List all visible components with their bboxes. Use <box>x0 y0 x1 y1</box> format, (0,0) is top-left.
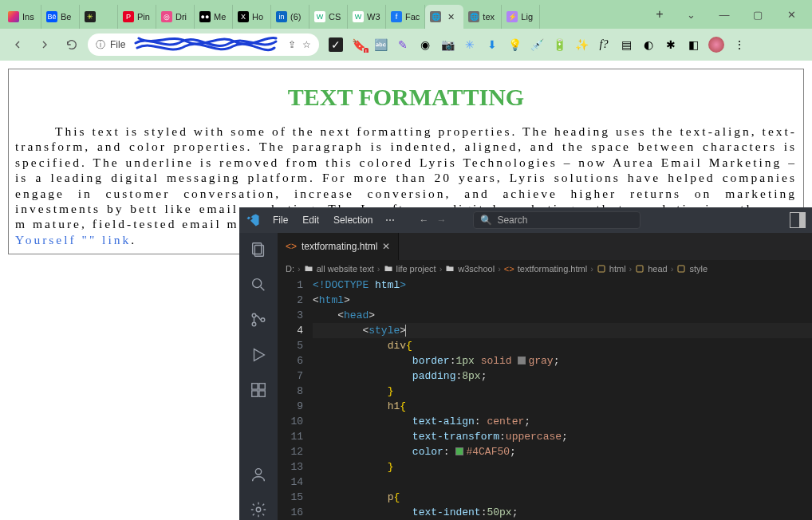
extensions-icon[interactable] <box>248 380 269 400</box>
vscode-search[interactable]: 🔍 Search <box>473 211 641 229</box>
vscode-forward-icon[interactable]: → <box>436 215 446 226</box>
source-control-icon[interactable] <box>248 309 269 330</box>
window-close[interactable]: ✕ <box>782 9 801 21</box>
browser-menu-icon[interactable]: ⋮ <box>732 37 747 52</box>
browser-tab[interactable]: ✳ <box>80 5 118 29</box>
code-body[interactable]: <!DOCTYPE html> <html> <head> <style> di… <box>313 278 812 520</box>
browser-tab[interactable]: 🌐tex <box>463 5 502 29</box>
address-actions: ⇪ ☆ <box>288 39 311 50</box>
browser-tab[interactable]: WCS <box>309 5 348 29</box>
line-number: 9 <box>278 399 303 414</box>
svg-point-11 <box>256 507 261 512</box>
menu-more-icon[interactable]: ⋯ <box>380 211 400 229</box>
breadcrumb[interactable]: D:› all website text› life project› w3sc… <box>278 260 812 278</box>
tab-label: Fac <box>405 12 420 22</box>
tab-label: tex <box>483 12 495 22</box>
line-number: 2 <box>278 293 303 308</box>
ext-flag-icon[interactable]: !🔖 <box>351 37 365 52</box>
editor-tab-active[interactable]: <> textformating.html ✕ <box>278 233 399 260</box>
share-icon[interactable]: ⇪ <box>288 39 296 50</box>
try-it-link[interactable]: link <box>102 233 131 246</box>
ext-eye-icon[interactable]: ◉ <box>418 37 432 52</box>
breadcrumb-item[interactable]: style <box>676 264 708 274</box>
account-icon[interactable] <box>248 464 269 485</box>
browser-tab[interactable]: in(6) <box>271 5 309 29</box>
ext-battery-icon[interactable]: 🔋 <box>552 37 566 52</box>
breadcrumb-item[interactable]: life project <box>384 264 436 274</box>
breadcrumb-item[interactable]: w3school <box>445 264 495 274</box>
address-bar[interactable]: ⓘ File ⇪ ☆ <box>88 33 319 56</box>
tab-label: (6) <box>290 12 301 22</box>
forward-button[interactable] <box>34 33 56 56</box>
back-button[interactable] <box>6 33 29 56</box>
ext-wand-icon[interactable]: ✨ <box>574 37 589 52</box>
tab-label: Pin <box>137 12 150 22</box>
explorer-icon[interactable] <box>248 239 269 260</box>
browser-toolbar: ⓘ File ⇪ ☆ ✓ !🔖 🔤 ✎ ◉ 📷 ✳ ⬇ 💡 💉 🔋 ✨ f? ▤… <box>0 29 812 61</box>
side-panel-icon[interactable]: ◧ <box>686 37 700 52</box>
ext-download-icon[interactable]: ⬇ <box>485 37 499 52</box>
site-info-icon[interactable]: ⓘ <box>96 38 105 52</box>
ext-dropper-icon[interactable]: 💉 <box>530 37 544 52</box>
breadcrumb-item[interactable]: D: <box>286 264 294 274</box>
breadcrumb-item[interactable]: html <box>597 264 626 274</box>
browser-tab[interactable]: ⚡Lig <box>502 5 540 29</box>
redaction-scribble <box>134 32 278 57</box>
line-number: 7 <box>278 368 303 384</box>
extensions-puzzle-icon[interactable]: ✱ <box>664 37 678 52</box>
browser-tab[interactable]: ●●Me <box>195 5 233 29</box>
layout-toggle-icon[interactable] <box>790 212 806 228</box>
window-minimize[interactable]: — <box>715 9 734 21</box>
reload-button[interactable] <box>61 33 83 56</box>
settings-gear-icon[interactable] <box>248 499 269 520</box>
close-icon[interactable]: ✕ <box>447 12 455 22</box>
menu-file[interactable]: File <box>266 211 294 229</box>
close-icon[interactable]: ✕ <box>382 241 390 252</box>
line-number: 4 <box>278 323 303 338</box>
menu-edit[interactable]: Edit <box>296 211 325 229</box>
search-panel-icon[interactable] <box>248 274 269 295</box>
ext-checkbox-icon[interactable]: ✓ <box>329 37 343 52</box>
breadcrumb-item[interactable]: all website text <box>304 264 374 274</box>
line-number: 8 <box>278 384 303 399</box>
browser-tab[interactable]: BēBe <box>41 5 80 29</box>
ext-sparkle-icon[interactable]: ✳ <box>463 37 477 52</box>
browser-tab[interactable]: Ins <box>3 5 41 29</box>
new-tab-button[interactable]: + <box>649 4 670 25</box>
menu-selection[interactable]: Selection <box>327 211 379 229</box>
line-number: 12 <box>278 444 303 459</box>
vscode-titlebar: File Edit Selection ⋯ ← → 🔍 Search <box>239 207 812 233</box>
browser-tab[interactable]: WW3 <box>348 5 386 29</box>
favicon <box>8 11 19 22</box>
code-editor[interactable]: 12345678910111213141516 <!DOCTYPE html> … <box>278 278 812 520</box>
breadcrumb-item[interactable]: head <box>635 264 667 274</box>
vscode-body: <> textformating.html ✕ D:› all website … <box>239 233 812 520</box>
ext-bulb-icon[interactable]: 💡 <box>507 37 522 52</box>
favicon: X <box>238 11 249 22</box>
search-icon: 🔍 <box>480 215 492 226</box>
ext-pen-icon[interactable]: ✎ <box>396 37 410 52</box>
browser-tab[interactable]: ◎Dri <box>156 5 195 29</box>
run-debug-icon[interactable] <box>248 345 269 365</box>
ext-circle-icon[interactable]: ◐ <box>641 37 656 52</box>
browser-tab[interactable]: XHo <box>233 5 271 29</box>
browser-tab[interactable]: PPin <box>118 5 156 29</box>
chevron-right-icon: › <box>440 264 443 274</box>
profile-avatar[interactable] <box>708 37 724 53</box>
window-minimize-dropdown[interactable]: ⌄ <box>681 9 700 21</box>
ext-ruler-icon[interactable]: ▤ <box>619 37 633 52</box>
browser-tab[interactable]: fFac <box>386 5 425 29</box>
tab-label: Ho <box>252 12 263 22</box>
ext-translate-icon[interactable]: 🔤 <box>373 37 388 52</box>
vscode-logo-icon <box>246 213 260 227</box>
browser-tab[interactable]: 🌐✕ <box>425 5 463 29</box>
tab-label: Me <box>214 12 226 22</box>
ext-camera-icon[interactable]: 📷 <box>440 37 455 52</box>
vscode-back-icon[interactable]: ← <box>419 215 428 226</box>
breadcrumb-item[interactable]: <> textformating.html <box>504 264 587 274</box>
window-maximize[interactable]: ▢ <box>748 9 767 21</box>
chevron-right-icon: › <box>498 264 501 274</box>
svg-point-2 <box>253 279 262 288</box>
ext-font-icon[interactable]: f? <box>597 37 611 52</box>
bookmark-icon[interactable]: ☆ <box>302 39 311 50</box>
